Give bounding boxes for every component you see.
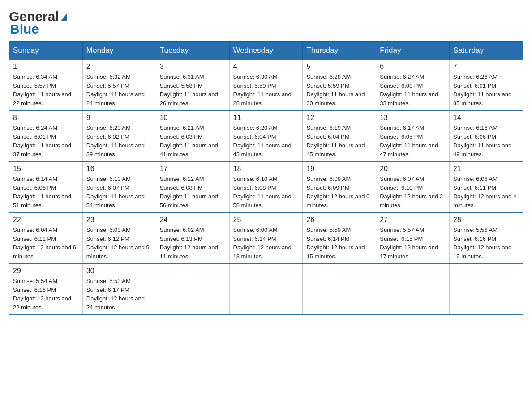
- day-info: Sunrise: 6:27 AM Sunset: 6:00 PM Dayligh…: [380, 73, 446, 107]
- calendar-cell: [303, 264, 376, 315]
- week-row-4: 22 Sunrise: 6:04 AM Sunset: 6:11 PM Dayl…: [9, 213, 523, 264]
- day-number: 23: [86, 216, 152, 224]
- calendar-table: SundayMondayTuesdayWednesdayThursdayFrid…: [9, 41, 523, 315]
- day-number: 27: [380, 216, 446, 224]
- day-info: Sunrise: 6:30 AM Sunset: 5:59 PM Dayligh…: [233, 73, 299, 107]
- calendar-cell: 2 Sunrise: 6:32 AM Sunset: 5:57 PM Dayli…: [82, 60, 156, 111]
- calendar-cell: [376, 264, 450, 315]
- day-info: Sunrise: 6:21 AM Sunset: 6:03 PM Dayligh…: [160, 124, 226, 158]
- day-number: 11: [233, 114, 299, 122]
- calendar-cell: 29 Sunrise: 5:54 AM Sunset: 6:16 PM Dayl…: [9, 264, 83, 315]
- calendar-cell: 27 Sunrise: 5:57 AM Sunset: 6:15 PM Dayl…: [376, 213, 450, 264]
- day-info: Sunrise: 6:09 AM Sunset: 6:09 PM Dayligh…: [306, 175, 372, 210]
- day-number: 8: [13, 114, 79, 122]
- day-info: Sunrise: 6:20 AM Sunset: 6:04 PM Dayligh…: [233, 124, 299, 158]
- calendar-cell: 1 Sunrise: 6:34 AM Sunset: 5:57 PM Dayli…: [9, 60, 83, 111]
- day-info: Sunrise: 6:13 AM Sunset: 6:07 PM Dayligh…: [86, 175, 152, 210]
- day-info: Sunrise: 6:34 AM Sunset: 5:57 PM Dayligh…: [13, 73, 79, 107]
- day-number: 7: [453, 63, 519, 71]
- day-number: 15: [13, 165, 79, 173]
- day-number: 30: [86, 267, 152, 275]
- day-number: 29: [13, 267, 79, 275]
- calendar-cell: 14 Sunrise: 6:16 AM Sunset: 6:06 PM Dayl…: [450, 111, 523, 162]
- day-info: Sunrise: 6:28 AM Sunset: 5:59 PM Dayligh…: [306, 73, 372, 107]
- day-number: 14: [453, 114, 519, 122]
- calendar-cell: 30 Sunrise: 5:53 AM Sunset: 6:17 PM Dayl…: [82, 264, 156, 315]
- day-number: 19: [306, 165, 372, 173]
- header-thursday: Thursday: [303, 42, 376, 60]
- page-header: General Blue: [9, 9, 523, 37]
- day-info: Sunrise: 6:31 AM Sunset: 5:58 PM Dayligh…: [160, 73, 226, 107]
- calendar-cell: [229, 264, 303, 315]
- calendar-cell: 16 Sunrise: 6:13 AM Sunset: 6:07 PM Dayl…: [82, 162, 156, 213]
- calendar-cell: 9 Sunrise: 6:23 AM Sunset: 6:02 PM Dayli…: [82, 111, 156, 162]
- calendar-cell: 24 Sunrise: 6:02 AM Sunset: 6:13 PM Dayl…: [156, 213, 229, 264]
- day-number: 18: [233, 165, 299, 173]
- calendar-cell: 21 Sunrise: 6:06 AM Sunset: 6:11 PM Dayl…: [450, 162, 523, 213]
- day-info: Sunrise: 6:12 AM Sunset: 6:08 PM Dayligh…: [160, 175, 226, 210]
- calendar-cell: 26 Sunrise: 5:59 AM Sunset: 6:14 PM Dayl…: [303, 213, 376, 264]
- calendar-cell: 22 Sunrise: 6:04 AM Sunset: 6:11 PM Dayl…: [9, 213, 83, 264]
- calendar-cell: [450, 264, 523, 315]
- day-info: Sunrise: 5:57 AM Sunset: 6:15 PM Dayligh…: [380, 226, 446, 261]
- calendar-cell: 18 Sunrise: 6:10 AM Sunset: 6:08 PM Dayl…: [229, 162, 303, 213]
- calendar-cell: 13 Sunrise: 6:17 AM Sunset: 6:05 PM Dayl…: [376, 111, 450, 162]
- day-number: 21: [453, 165, 519, 173]
- day-info: Sunrise: 6:06 AM Sunset: 6:11 PM Dayligh…: [453, 175, 519, 210]
- calendar-cell: 7 Sunrise: 6:26 AM Sunset: 6:01 PM Dayli…: [450, 60, 523, 111]
- calendar-cell: 23 Sunrise: 6:03 AM Sunset: 6:12 PM Dayl…: [82, 213, 156, 264]
- header-wednesday: Wednesday: [229, 42, 303, 60]
- day-number: 17: [160, 165, 226, 173]
- day-info: Sunrise: 6:23 AM Sunset: 6:02 PM Dayligh…: [86, 124, 152, 158]
- day-info: Sunrise: 6:32 AM Sunset: 5:57 PM Dayligh…: [86, 73, 152, 107]
- calendar-cell: 4 Sunrise: 6:30 AM Sunset: 5:59 PM Dayli…: [229, 60, 303, 111]
- calendar-cell: 15 Sunrise: 6:14 AM Sunset: 6:06 PM Dayl…: [9, 162, 83, 213]
- logo-blue-text: Blue: [10, 21, 67, 37]
- day-number: 5: [306, 63, 372, 71]
- calendar-cell: 8 Sunrise: 6:24 AM Sunset: 6:01 PM Dayli…: [9, 111, 83, 162]
- day-info: Sunrise: 6:14 AM Sunset: 6:06 PM Dayligh…: [13, 175, 79, 210]
- calendar-header-row: SundayMondayTuesdayWednesdayThursdayFrid…: [9, 42, 523, 60]
- header-saturday: Saturday: [450, 42, 523, 60]
- day-number: 10: [160, 114, 226, 122]
- logo: General Blue: [9, 9, 67, 37]
- day-info: Sunrise: 6:19 AM Sunset: 6:04 PM Dayligh…: [306, 124, 372, 158]
- calendar-cell: 25 Sunrise: 6:00 AM Sunset: 6:14 PM Dayl…: [229, 213, 303, 264]
- day-number: 4: [233, 63, 299, 71]
- day-number: 24: [160, 216, 226, 224]
- day-number: 13: [380, 114, 446, 122]
- day-info: Sunrise: 6:26 AM Sunset: 6:01 PM Dayligh…: [453, 73, 519, 107]
- week-row-2: 8 Sunrise: 6:24 AM Sunset: 6:01 PM Dayli…: [9, 111, 523, 162]
- day-info: Sunrise: 6:24 AM Sunset: 6:01 PM Dayligh…: [13, 124, 79, 158]
- day-info: Sunrise: 5:54 AM Sunset: 6:16 PM Dayligh…: [13, 277, 79, 312]
- day-info: Sunrise: 6:00 AM Sunset: 6:14 PM Dayligh…: [233, 226, 299, 261]
- day-info: Sunrise: 6:02 AM Sunset: 6:13 PM Dayligh…: [160, 226, 226, 261]
- day-info: Sunrise: 6:04 AM Sunset: 6:11 PM Dayligh…: [13, 226, 79, 261]
- week-row-5: 29 Sunrise: 5:54 AM Sunset: 6:16 PM Dayl…: [9, 264, 523, 315]
- day-number: 26: [306, 216, 372, 224]
- day-info: Sunrise: 6:03 AM Sunset: 6:12 PM Dayligh…: [86, 226, 152, 261]
- calendar-cell: 28 Sunrise: 5:56 AM Sunset: 6:16 PM Dayl…: [450, 213, 523, 264]
- day-number: 16: [86, 165, 152, 173]
- header-sunday: Sunday: [9, 42, 83, 60]
- week-row-3: 15 Sunrise: 6:14 AM Sunset: 6:06 PM Dayl…: [9, 162, 523, 213]
- day-info: Sunrise: 5:56 AM Sunset: 6:16 PM Dayligh…: [453, 226, 519, 261]
- calendar-cell: 5 Sunrise: 6:28 AM Sunset: 5:59 PM Dayli…: [303, 60, 376, 111]
- day-info: Sunrise: 6:16 AM Sunset: 6:06 PM Dayligh…: [453, 124, 519, 158]
- day-number: 22: [13, 216, 79, 224]
- day-number: 20: [380, 165, 446, 173]
- calendar-cell: 19 Sunrise: 6:09 AM Sunset: 6:09 PM Dayl…: [303, 162, 376, 213]
- day-number: 1: [13, 63, 79, 71]
- calendar-cell: 10 Sunrise: 6:21 AM Sunset: 6:03 PM Dayl…: [156, 111, 229, 162]
- day-number: 9: [86, 114, 152, 122]
- calendar-cell: 17 Sunrise: 6:12 AM Sunset: 6:08 PM Dayl…: [156, 162, 229, 213]
- week-row-1: 1 Sunrise: 6:34 AM Sunset: 5:57 PM Dayli…: [9, 60, 523, 111]
- calendar-cell: 11 Sunrise: 6:20 AM Sunset: 6:04 PM Dayl…: [229, 111, 303, 162]
- day-info: Sunrise: 5:53 AM Sunset: 6:17 PM Dayligh…: [86, 277, 152, 312]
- day-info: Sunrise: 5:59 AM Sunset: 6:14 PM Dayligh…: [306, 226, 372, 261]
- day-info: Sunrise: 6:10 AM Sunset: 6:08 PM Dayligh…: [233, 175, 299, 210]
- day-number: 25: [233, 216, 299, 224]
- logo-triangle-icon: [61, 13, 67, 21]
- day-info: Sunrise: 6:07 AM Sunset: 6:10 PM Dayligh…: [380, 175, 446, 210]
- header-monday: Monday: [82, 42, 156, 60]
